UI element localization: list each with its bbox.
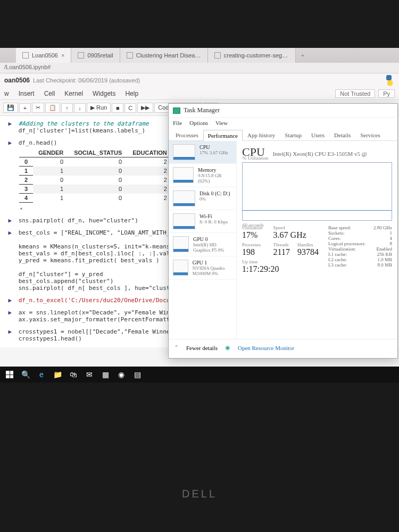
tm-sidebar: CPU17% 3.67 GHzMemory9.8/15.8 GB (62%)Di… (169, 141, 237, 339)
chrome-icon[interactable]: ◉ (115, 368, 128, 381)
chevron-up-icon[interactable]: ⌃ (174, 344, 179, 351)
file-explorer-icon[interactable]: 📁 (51, 368, 64, 381)
app-icon[interactable]: ▦ (99, 368, 112, 381)
menu-item[interactable]: View (215, 120, 228, 126)
notebook-title[interactable]: oan0506 (4, 77, 30, 84)
stop-button[interactable]: ■ (112, 103, 123, 113)
spec-label: Base speed: (328, 225, 351, 230)
tm-sidebar-item[interactable]: GPU 0Intel(R) HD Graphics P5 0% (169, 233, 236, 256)
url-bar[interactable]: /Loan0506.ipynb# (0, 63, 399, 73)
code-line: df_n["cluster"] = y_pred (19, 271, 103, 278)
spec-value: 8 (390, 241, 393, 246)
browser-tab[interactable]: creating-customer-segment (208, 48, 296, 63)
tm-item-name: Memory (198, 167, 232, 173)
tab-services[interactable]: Services (355, 129, 385, 140)
menu-item[interactable]: Insert (19, 90, 35, 97)
tm-footer: ⌃ Fewer details ◉ Open Resource Monitor (169, 339, 397, 356)
trust-badge[interactable]: Not Trusted (335, 89, 375, 98)
stat-label: Handles (297, 242, 319, 247)
table-cell: 0 (69, 167, 127, 176)
tm-tabstrip: Processes Performance App history Startu… (169, 128, 397, 141)
table-header: GENDER (33, 148, 69, 157)
table-cell: 2 (127, 157, 172, 167)
search-icon[interactable]: 🔍 (19, 368, 32, 381)
menu-item[interactable]: File (173, 120, 182, 126)
edge-icon[interactable]: e (35, 368, 48, 381)
run-button[interactable]: ▶ Run (87, 103, 111, 113)
task-manager-window[interactable]: Task Manager File Options View Processes… (168, 103, 398, 359)
page-icon (127, 52, 133, 59)
code-line: y_pred = kmeans.fit_predict( best_vals ) (19, 257, 160, 264)
restart-run-button[interactable]: ▶▶ (137, 103, 153, 113)
restart-button[interactable]: C (124, 103, 136, 113)
menu-item[interactable]: Cell (44, 90, 55, 97)
code-line: df_n.head() (15, 139, 57, 146)
tab-performance[interactable]: Performance (203, 130, 243, 141)
copy-button[interactable]: 📋 (45, 103, 60, 113)
tm-item-name: GPU 1 (193, 260, 232, 265)
app-icon[interactable]: ▤ (131, 368, 144, 381)
table-cell: 0 (69, 176, 127, 185)
menu-item[interactable]: Options (189, 120, 208, 126)
tm-sidebar-item[interactable]: Disk 0 (C: D:)0% (169, 187, 236, 210)
in-prompt: ▶ (4, 120, 12, 127)
window-titlebar[interactable]: Task Manager (169, 104, 397, 118)
tab-startup[interactable]: Startup (280, 129, 306, 140)
code-line: #Adding the clusters to the dataframe (19, 120, 149, 127)
tm-sidebar-item[interactable]: GPU 1NVIDIA Quadro M1000M 0% (169, 256, 236, 280)
spec-value: 8.0 MB (377, 262, 392, 268)
table-cell: 1 (19, 167, 33, 176)
tm-sidebar-item[interactable]: Wi-FiS: 0 R: 0 Kbps (169, 210, 236, 233)
code-line: best_vals = df_n[best_cols].iloc[ :, :].… (19, 250, 177, 257)
browser-tab[interactable]: 0905retail (71, 48, 120, 63)
window-title: Task Manager (184, 106, 220, 114)
tm-sidebar-item[interactable]: CPU17% 3.67 GHz (169, 141, 236, 164)
table-cell: 1 (33, 185, 69, 194)
kernel-badge[interactable]: Py (378, 89, 395, 98)
open-resource-monitor-link[interactable]: Open Resource Monitor (238, 345, 294, 351)
close-icon[interactable]: × (61, 52, 64, 59)
menu-item[interactable]: w (4, 90, 9, 97)
tab-details[interactable]: Details (329, 129, 355, 140)
table-header (19, 148, 33, 157)
tab-app-history[interactable]: App history (243, 129, 280, 140)
tm-item-sub: 9.8/15.8 GB (62%) (198, 173, 232, 184)
tab-processes[interactable]: Processes (171, 129, 203, 140)
code-line: kmeans = KMeans(n_clusters=5, init="k-me… (19, 243, 177, 250)
browser-tab[interactable]: Clustering Heart Disease Pa (120, 48, 208, 63)
cpu-graph: % Utilization 60 seconds (242, 162, 392, 221)
in-prompt: ▶ (4, 328, 12, 335)
menu-item[interactable]: Help (125, 90, 138, 97)
table-cell: 0 (33, 157, 69, 167)
in-prompt: ▶ (4, 229, 12, 236)
stat-value: 17% (242, 230, 263, 240)
add-cell-button[interactable]: + (19, 103, 31, 113)
save-button[interactable]: 💾 (3, 103, 18, 113)
move-up-button[interactable]: ↑ (61, 103, 73, 113)
tab-label: 0905retail (87, 52, 113, 59)
task-manager-icon (173, 107, 180, 114)
new-tab-button[interactable]: + (296, 48, 310, 63)
tm-thumb (173, 190, 195, 206)
fewer-details-link[interactable]: Fewer details (186, 345, 218, 351)
code-line: best_cols.append("cluster") (19, 278, 114, 285)
cut-button[interactable]: ✂ (32, 103, 44, 113)
spec-value: Enabled (377, 246, 393, 252)
page-icon (78, 52, 84, 59)
table-cell: 0 (69, 157, 127, 167)
checkpoint-text: Last Checkpoint: 06/06/2019 (autosaved) (33, 77, 140, 84)
mail-icon[interactable]: ✉ (83, 368, 96, 381)
table-cell: 4 (19, 194, 33, 203)
tab-label: Loan0506 (32, 52, 58, 59)
store-icon[interactable]: 🛍 (67, 368, 80, 381)
tab-users[interactable]: Users (306, 129, 329, 140)
browser-tab[interactable]: Loan0506 × (16, 48, 71, 63)
menu-item[interactable]: Kernel (64, 90, 83, 97)
start-button[interactable] (3, 368, 16, 381)
in-prompt: ▶ (4, 309, 12, 316)
menu-item[interactable]: Widgets (93, 90, 115, 97)
stat-label: Processes (242, 242, 263, 247)
move-down-button[interactable]: ↓ (74, 103, 86, 113)
in-prompt: ▶ (4, 217, 12, 224)
tm-sidebar-item[interactable]: Memory9.8/15.8 GB (62%) (169, 164, 236, 187)
